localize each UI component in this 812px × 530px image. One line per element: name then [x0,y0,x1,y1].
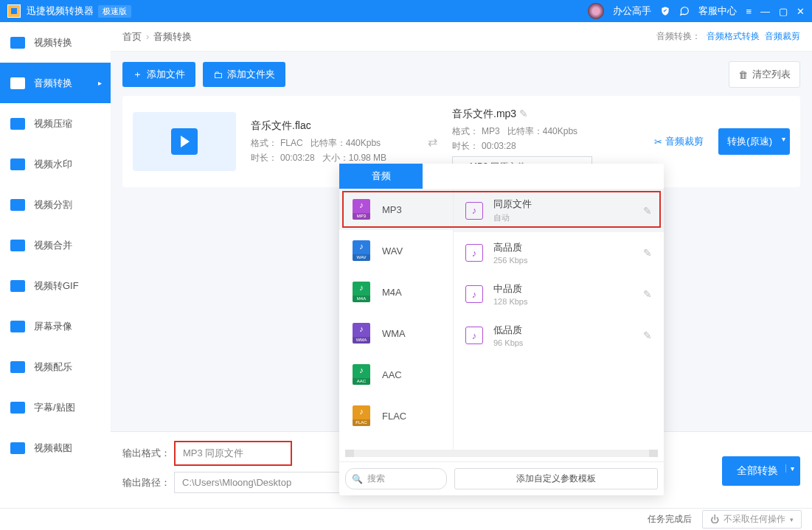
screenshot-icon [10,442,25,454]
file-thumb[interactable] [133,112,236,171]
sidebar-item-split[interactable]: 视频分割 [0,184,111,225]
sidebar-item-screenshot[interactable]: 视频截图 [0,428,111,468]
convert-all-wrap: 全部转换 [722,456,800,486]
quality-list: ♪同原文件自动✎ ♪高品质256 Kbps✎ ♪中品质128 Kbps✎ ♪低品… [454,189,664,450]
output-format-field[interactable]: MP3 同原文件 [174,441,292,466]
format-list: MP3 WAV M4A WMA AAC FLAC [339,189,454,450]
record-icon [10,321,25,332]
quality-item-mid[interactable]: ♪中品质128 Kbps✎ [454,273,664,315]
breadcrumb: 首页 › 音频转换 音频转换： 音频格式转换 音频裁剪 [111,22,812,52]
sidebar-item-label: 视频转GIF [34,279,79,293]
format-item-wav[interactable]: WAV [339,230,453,271]
task-done-label: 任务完成后 [648,513,692,526]
video-convert-icon [10,37,25,49]
sidebar-item-video-convert[interactable]: 视频转换 [0,22,111,63]
sidebar-item-music[interactable]: 视频配乐 [0,346,111,387]
gif-icon [10,280,25,292]
minimize-icon[interactable]: — [760,6,770,17]
split-icon [10,199,25,211]
output-filename: 音乐文件.mp3 [452,108,516,119]
sidebar-item-audio-convert[interactable]: 音频转换 [0,63,111,103]
btn-label: 添加文件 [147,68,185,81]
add-template-button[interactable]: 添加自定义参数模板 [454,468,658,489]
convert-all-button[interactable]: 全部转换 [722,456,800,486]
breadcrumb-home[interactable]: 首页 [122,30,142,43]
edit-icon[interactable]: ✎ [643,247,652,259]
help-link[interactable]: 客服中心 [698,4,737,18]
format-popup: 音频 MP3 WAV M4A WMA AAC FLAC ♪同原文件自动✎ ♪高品… [339,164,664,495]
format-icon [353,323,370,344]
sidebar-item-label: 视频分割 [34,198,72,212]
popup-tab-audio[interactable]: 音频 [339,164,423,189]
output-path-label: 输出路径： [122,476,174,489]
link-format-convert[interactable]: 音频格式转换 [707,31,760,41]
sidebar-item-watermark[interactable]: 视频水印 [0,144,111,184]
format-item-mp3[interactable]: MP3 [339,189,453,230]
clear-list-button[interactable]: 🗑清空列表 [729,61,800,88]
format-item-wma[interactable]: WMA [339,313,453,354]
sidebar-item-label: 视频转换 [34,36,72,49]
chat-icon[interactable] [679,6,690,16]
app-name: 迅捷视频转换器 [27,4,94,18]
chevron-right-icon: › [146,31,149,42]
add-folder-button[interactable]: 🗀添加文件夹 [203,62,285,87]
audio-crop-link[interactable]: ✂音频裁剪 [654,135,704,148]
btn-label: 清空列表 [752,68,791,81]
sidebar-item-label: 视频合并 [34,239,72,252]
shield-icon[interactable] [660,6,670,16]
toolbar: ＋添加文件 🗀添加文件夹 🗑清空列表 [111,52,812,88]
quality-item-high[interactable]: ♪高品质256 Kbps✎ [454,232,664,273]
edit-icon[interactable]: ✎ [643,288,652,300]
sidebar-item-label: 屏幕录像 [34,320,72,333]
sidebar-item-video-compress[interactable]: 视频压缩 [0,103,111,144]
input-filename: 音乐文件.flac [251,118,413,133]
task-done-action-select[interactable]: ⏻不采取任何操作▾ [702,510,802,529]
menu-icon[interactable]: ≡ [746,6,752,17]
convert-button[interactable]: 转换(原速) [718,128,790,155]
input-meta: 音乐文件.flac 格式：FLAC 比特率：440Kpbs 时长：00:03:2… [251,118,413,165]
search-input[interactable]: 🔍搜索 [345,468,447,489]
format-icon [353,199,370,220]
maximize-icon[interactable]: ▢ [779,6,788,17]
user-name[interactable]: 办公高手 [613,4,651,18]
btn-label: 添加文件夹 [227,68,275,81]
edit-icon[interactable]: ✎ [643,329,652,341]
sidebar-item-label: 视频水印 [34,158,72,171]
link-audio-crop[interactable]: 音频裁剪 [765,31,800,41]
audio-convert-icon [10,77,25,89]
quality-item-low[interactable]: ♪低品质96 Kbps✎ [454,315,664,356]
quality-item-same[interactable]: ♪同原文件自动✎ [454,189,664,232]
format-item-aac[interactable]: AAC [339,354,453,395]
search-icon: 🔍 [352,474,363,484]
play-icon [171,128,198,155]
breadcrumb-current: 音频转换 [153,30,192,43]
sidebar-item-gif[interactable]: 视频转GIF [0,265,111,306]
format-icon [353,405,370,426]
swap-icon[interactable]: ⇄ [428,135,437,149]
format-item-flac[interactable]: FLAC [339,395,453,436]
trash-icon: 🗑 [738,69,748,80]
format-icon [353,364,370,385]
sidebar-item-merge[interactable]: 视频合并 [0,225,111,265]
chevron-down-icon: ▾ [790,516,794,523]
avatar[interactable] [588,3,604,19]
format-icon [353,282,370,302]
format-item-m4a[interactable]: M4A [339,271,453,313]
sidebar-item-subtitle[interactable]: 字幕/贴图 [0,387,111,428]
sidebar-item-label: 视频截图 [34,442,72,455]
subtitle-icon [10,402,25,414]
horizontal-scrollbar[interactable] [345,450,658,457]
sidebar-item-label: 音频转换 [34,77,72,90]
edit-icon[interactable]: ✎ [643,205,652,217]
sidebar: 视频转换 音频转换 视频压缩 视频水印 视频分割 视频合并 视频转GIF 屏幕录… [0,22,111,508]
music-icon [10,361,25,373]
format-icon [353,240,370,261]
titlebar: 迅捷视频转换器 极速版 办公高手 客服中心 ≡ — ▢ ✕ [0,0,812,22]
edit-icon[interactable]: ✎ [519,108,528,119]
plus-icon: ＋ [133,68,142,81]
sidebar-item-record[interactable]: 屏幕录像 [0,306,111,346]
output-format-label: 输出格式： [122,447,174,460]
quality-icon: ♪ [465,244,483,262]
add-file-button[interactable]: ＋添加文件 [122,62,195,87]
close-icon[interactable]: ✕ [797,6,805,17]
